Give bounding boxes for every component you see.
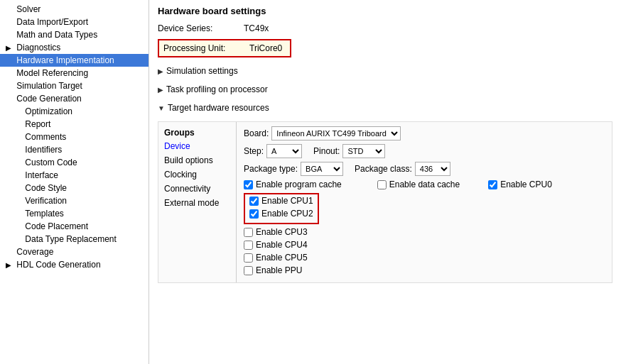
sidebar-item-data-import-export[interactable]: Data Import/Export	[0, 16, 148, 28]
sidebar-label-model-ref: Model Referencing	[16, 68, 88, 78]
sidebar-label-hdl: HDL Code Generation	[16, 260, 100, 270]
sidebar-item-interface[interactable]: Interface	[0, 169, 148, 182]
task-profiling-row[interactable]: ▶ Task profiling on processor	[158, 82, 612, 97]
enable-cpu1-row: Enable CPU1	[249, 196, 313, 206]
sidebar-label-dtr: Data Type Replacement	[25, 234, 117, 244]
sidebar-label-coverage: Coverage	[16, 247, 53, 257]
enable-program-cache-checkbox[interactable]	[244, 180, 253, 189]
sidebar: Solver Data Import/Export Math and Data …	[0, 0, 149, 364]
package-type-label: Package type:	[244, 164, 298, 174]
package-row: Package type: BGA Package class: 436	[244, 162, 605, 176]
enable-cpu3-row: Enable CPU3	[244, 227, 605, 237]
sidebar-label-sim-target: Simulation Target	[16, 81, 82, 91]
processing-unit-label: Processing Unit:	[163, 43, 242, 53]
sidebar-item-comments[interactable]: Comments	[0, 131, 148, 143]
enable-data-cache-label: Enable data cache	[389, 180, 460, 189]
enable-cpu2-row: Enable CPU2	[249, 209, 313, 219]
sidebar-label-optimization: Optimization	[25, 106, 72, 116]
cache-cpu0-row: Enable program cache Enable data cache E…	[244, 180, 605, 189]
enable-cpu4-row: Enable CPU4	[244, 240, 605, 250]
sidebar-label-report: Report	[25, 119, 50, 129]
enable-data-cache-checkbox[interactable]	[377, 180, 387, 189]
sidebar-item-identifiers[interactable]: Identifiers	[0, 143, 148, 156]
enable-ppu-row: Enable PPU	[244, 265, 605, 275]
sidebar-item-model-referencing[interactable]: Model Referencing	[0, 67, 148, 79]
group-build-options[interactable]: Build options	[158, 153, 236, 167]
group-external-mode[interactable]: External mode	[158, 196, 236, 210]
enable-ppu-checkbox[interactable]	[244, 266, 253, 275]
package-type-select[interactable]: BGA	[301, 162, 343, 176]
group-connectivity[interactable]: Connectivity	[158, 182, 236, 196]
enable-cpu3-checkbox[interactable]	[244, 228, 253, 237]
enable-program-cache-col: Enable program cache	[244, 180, 342, 189]
enable-cpu1-label: Enable CPU1	[261, 196, 313, 206]
group-clocking[interactable]: Clocking	[158, 167, 236, 182]
sim-settings-arrow: ▶	[158, 67, 163, 75]
board-select[interactable]: Infineon AURIX TC499 Triboard	[271, 126, 401, 140]
enable-program-cache-label: Enable program cache	[256, 180, 342, 189]
enable-cpu4-checkbox[interactable]	[244, 241, 253, 250]
enable-cpu0-label: Enable CPU0	[500, 180, 552, 189]
sidebar-item-templates[interactable]: Templates	[0, 207, 148, 220]
sidebar-item-hdl-code-generation[interactable]: ▶ HDL Code Generation	[0, 258, 148, 271]
sidebar-item-report[interactable]: Report	[0, 118, 148, 131]
device-series-row: Device Series: TC49x	[158, 22, 612, 35]
groups-header: Groups	[158, 125, 236, 139]
diagnostics-arrow: ▶	[6, 44, 14, 52]
simulation-settings-row[interactable]: ▶ Simulation settings	[158, 63, 612, 79]
sidebar-item-code-placement[interactable]: Code Placement	[0, 220, 148, 233]
sidebar-label-interface: Interface	[25, 170, 58, 180]
hw-resources-panel: Groups Device Build options Clocking Con…	[158, 121, 612, 283]
sidebar-label-math: Math and Data Types	[16, 30, 97, 40]
target-hw-label: Target hardware resources	[168, 103, 269, 113]
pinout-select[interactable]: STD	[342, 144, 385, 158]
sidebar-item-hardware-implementation[interactable]: Hardware Implementation	[0, 54, 148, 67]
sidebar-item-data-type-replacement[interactable]: Data Type Replacement	[0, 233, 148, 246]
enable-data-cache-col: Enable data cache	[377, 180, 460, 189]
package-class-label: Package class:	[355, 164, 412, 174]
sidebar-label-identifiers: Identifiers	[25, 145, 62, 155]
sidebar-label-code-gen: Code Generation	[16, 94, 81, 104]
sidebar-label-templates: Templates	[25, 209, 64, 219]
target-hw-resources-header[interactable]: ▼ Target hardware resources	[158, 100, 612, 116]
step-select[interactable]: A	[266, 144, 302, 158]
enable-cpu1-checkbox[interactable]	[249, 197, 259, 206]
enable-cpu5-row: Enable CPU5	[244, 253, 605, 263]
sidebar-label-code-placement: Code Placement	[25, 221, 88, 231]
hw-resources-body: Groups Device Build options Clocking Con…	[158, 122, 612, 282]
target-hw-arrow: ▼	[158, 104, 165, 112]
board-row: Board: Infineon AURIX TC499 Triboard	[244, 126, 605, 140]
task-profiling-label: Task profiling on processor	[166, 84, 268, 94]
sidebar-item-diagnostics[interactable]: ▶ Diagnostics	[0, 41, 148, 54]
enable-cpu0-col: Enable CPU0	[488, 180, 552, 189]
sidebar-item-custom-code[interactable]: Custom Code	[0, 156, 148, 169]
sidebar-label-comments: Comments	[25, 132, 66, 142]
package-class-select[interactable]: 436	[415, 162, 450, 176]
sidebar-label-code-style: Code Style	[25, 183, 67, 193]
sidebar-label-diagnostics: Diagnostics	[16, 43, 60, 53]
sim-settings-label: Simulation settings	[166, 66, 238, 76]
task-profiling-arrow: ▶	[158, 86, 163, 94]
enable-cpu0-checkbox[interactable]	[488, 180, 497, 189]
sidebar-item-code-style[interactable]: Code Style	[0, 182, 148, 194]
group-device[interactable]: Device	[158, 139, 236, 153]
enable-cpu4-label: Enable CPU4	[256, 240, 308, 250]
groups-column: Groups Device Build options Clocking Con…	[158, 122, 237, 282]
enable-cpu2-label: Enable CPU2	[261, 209, 313, 219]
enable-cpu3-label: Enable CPU3	[256, 227, 308, 237]
sidebar-item-solver[interactable]: Solver	[0, 3, 148, 16]
sidebar-item-verification[interactable]: Verification	[0, 194, 148, 207]
sidebar-item-code-generation[interactable]: Code Generation	[0, 92, 148, 105]
sidebar-label-verification: Verification	[25, 196, 67, 206]
enable-cpu5-checkbox[interactable]	[244, 253, 253, 263]
enable-cpu5-label: Enable CPU5	[256, 253, 308, 263]
sidebar-item-optimization[interactable]: Optimization	[0, 105, 148, 118]
enable-cpu2-checkbox[interactable]	[249, 209, 259, 219]
step-label: Step:	[244, 146, 264, 156]
hdl-arrow: ▶	[6, 261, 14, 269]
sidebar-item-coverage[interactable]: Coverage	[0, 246, 148, 258]
sidebar-item-math-data-types[interactable]: Math and Data Types	[0, 28, 148, 41]
processing-unit-value: TriCore0	[246, 42, 286, 55]
sidebar-item-simulation-target[interactable]: Simulation Target	[0, 79, 148, 92]
sidebar-label-custom-code: Custom Code	[25, 158, 77, 167]
